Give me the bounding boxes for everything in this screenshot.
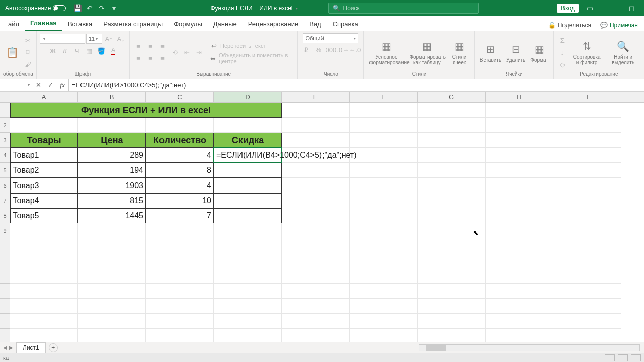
header-цена[interactable]: Цена	[78, 133, 146, 148]
italic-icon[interactable]: К	[59, 45, 70, 56]
sort-filter-button[interactable]: ⇅Сортировка и фильтр	[569, 38, 605, 66]
bold-icon[interactable]: Ж	[47, 45, 58, 56]
merge-center-button[interactable]: ⬌Объединить и поместить в центре	[208, 52, 294, 64]
increase-font-icon[interactable]: A↑	[103, 33, 114, 44]
select-all-corner[interactable]	[0, 92, 10, 102]
fill-icon[interactable]: ↓	[557, 47, 568, 58]
horizontal-scrollbar[interactable]	[419, 344, 640, 351]
clear-icon[interactable]: ◇	[557, 59, 568, 70]
row-header-15[interactable]	[0, 314, 10, 329]
tab-view[interactable]: Вид	[304, 17, 327, 31]
cell[interactable]	[146, 314, 214, 329]
cell[interactable]	[418, 133, 486, 148]
cell[interactable]	[10, 238, 78, 253]
cell[interactable]	[553, 314, 621, 329]
cell[interactable]	[486, 299, 553, 314]
paste-button[interactable]: 📋	[3, 44, 21, 60]
cell[interactable]	[486, 118, 553, 133]
cell[interactable]	[282, 223, 350, 238]
share-button[interactable]: 🔓Поделиться	[544, 20, 595, 31]
cell[interactable]	[486, 253, 553, 268]
cell[interactable]	[350, 133, 418, 148]
sheet-tab-1[interactable]: Лист1	[16, 342, 46, 353]
cell[interactable]	[553, 238, 621, 253]
cell[interactable]	[146, 284, 214, 299]
cell-b4[interactable]: 289	[78, 148, 146, 163]
ribbon-options-icon[interactable]: ▭	[580, 1, 600, 15]
minimize-icon[interactable]: ―	[601, 1, 621, 15]
cell[interactable]	[146, 253, 214, 268]
cell[interactable]	[282, 284, 350, 299]
cell[interactable]	[350, 284, 418, 299]
cell[interactable]	[78, 118, 146, 133]
cell[interactable]	[214, 299, 282, 314]
header-скидка[interactable]: Скидка	[214, 133, 282, 148]
align-middle-icon[interactable]: ≡	[145, 41, 156, 52]
col-header-a[interactable]: A	[10, 92, 78, 102]
cell[interactable]	[146, 299, 214, 314]
cell[interactable]	[553, 299, 621, 314]
col-header-d[interactable]: D	[214, 92, 282, 102]
align-center-icon[interactable]: ≡	[145, 53, 156, 64]
cell[interactable]	[78, 314, 146, 329]
cell[interactable]	[418, 148, 486, 163]
cell[interactable]	[146, 268, 214, 284]
search-input[interactable]: 🔍 Поиск	[328, 3, 479, 14]
chevron-down-icon[interactable]: ▾	[28, 83, 30, 87]
cell[interactable]	[486, 314, 553, 329]
cell[interactable]	[282, 133, 350, 148]
cell[interactable]	[282, 268, 350, 284]
cell[interactable]	[418, 299, 486, 314]
tab-formulas[interactable]: Формулы	[169, 17, 207, 31]
cell[interactable]	[486, 238, 553, 253]
cell-b7[interactable]: 815	[78, 193, 146, 208]
cell[interactable]	[486, 268, 553, 284]
cell[interactable]	[282, 193, 350, 208]
cell[interactable]	[214, 118, 282, 133]
increase-decimal-icon[interactable]: .0→	[337, 44, 348, 55]
autosum-icon[interactable]: Σ	[557, 35, 568, 46]
cell-c5[interactable]: 8	[146, 163, 214, 178]
cell[interactable]	[553, 163, 621, 178]
col-header-e[interactable]: E	[282, 92, 350, 102]
tab-insert[interactable]: Вставка	[63, 17, 97, 31]
sheet-prev-icon[interactable]: ◀	[3, 345, 7, 350]
cell[interactable]	[553, 148, 621, 163]
cell[interactable]	[78, 268, 146, 284]
cell[interactable]	[486, 208, 553, 223]
row-header-12[interactable]	[0, 268, 10, 284]
cell[interactable]	[214, 253, 282, 268]
cell[interactable]	[418, 118, 486, 133]
format-cells-button[interactable]: ▦Формат	[528, 41, 550, 64]
cell-c4[interactable]: 4	[146, 148, 214, 163]
row-header-4[interactable]: 4	[0, 148, 10, 163]
cell[interactable]	[146, 223, 214, 238]
cell[interactable]	[78, 284, 146, 299]
cell-styles-button[interactable]: ▦Стили ячеек	[447, 38, 471, 66]
cell[interactable]	[553, 178, 621, 193]
conditional-formatting-button[interactable]: ▦Условное форматирование	[367, 38, 406, 66]
cell[interactable]	[10, 223, 78, 238]
row-header-3[interactable]: 3	[0, 133, 10, 148]
cell[interactable]	[350, 314, 418, 329]
cell[interactable]	[214, 284, 282, 299]
cell[interactable]	[553, 208, 621, 223]
autosave-toggle[interactable]: Автосохранение	[2, 5, 69, 12]
enter-formula-icon[interactable]: ✓	[44, 81, 56, 89]
align-right-icon[interactable]: ≡	[157, 53, 168, 64]
cell[interactable]	[78, 299, 146, 314]
cell[interactable]	[553, 223, 621, 238]
decrease-indent-icon[interactable]: ⇤	[181, 47, 192, 58]
cell-a8[interactable]: Товар5	[10, 208, 78, 223]
cell[interactable]	[350, 148, 418, 163]
font-size-select[interactable]: 11▾	[86, 34, 102, 44]
cell[interactable]	[486, 133, 553, 148]
wrap-text-button[interactable]: ↩Переносить текст	[208, 40, 294, 51]
delete-cells-button[interactable]: ⊟Удалить	[504, 41, 527, 64]
align-left-icon[interactable]: ≡	[133, 53, 144, 64]
toggle-switch-icon[interactable]	[53, 5, 66, 11]
col-header-h[interactable]: H	[486, 92, 553, 102]
cell[interactable]	[282, 163, 350, 178]
cell[interactable]	[418, 178, 486, 193]
tab-file[interactable]: айл	[3, 17, 24, 31]
